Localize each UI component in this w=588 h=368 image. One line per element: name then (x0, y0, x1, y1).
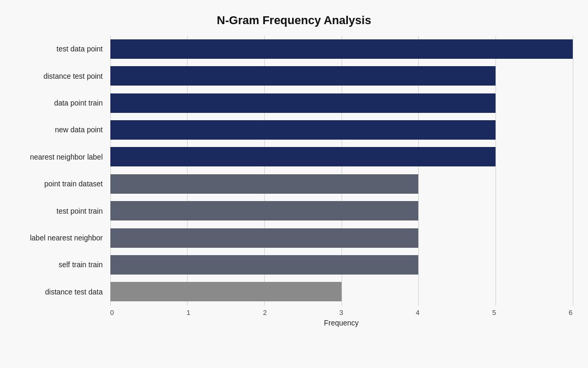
x-tick-label: 5 (492, 309, 496, 317)
bar-row: label nearest neighbor (16, 224, 573, 251)
bar-row: distance test data (16, 278, 573, 305)
grid-line (573, 62, 573, 89)
bar-fill (110, 255, 419, 275)
bar-row: new data point (16, 117, 573, 143)
grid-line (573, 143, 573, 170)
grid-line (496, 251, 496, 278)
grid-line (573, 278, 573, 305)
grid-line (573, 224, 573, 251)
bar-track (110, 89, 573, 116)
grid-line (342, 278, 342, 305)
bar-track (110, 62, 573, 89)
bar-row: point train dataset (16, 171, 573, 197)
bar-row: nearest neighbor label (16, 143, 573, 170)
grid-line (418, 197, 419, 224)
bar-row: test point train (16, 197, 573, 224)
bar-label: test data point (16, 45, 110, 53)
bars-section: test data pointdistance test pointdata p… (16, 36, 573, 306)
bar-fill (110, 39, 573, 59)
bar-track (110, 171, 573, 197)
x-tick-label: 2 (263, 309, 266, 317)
bar-label: new data point (16, 125, 110, 134)
grid-line (496, 117, 496, 143)
grid-line (418, 171, 419, 197)
bar-row: test data point (16, 36, 573, 62)
chart-title: N-Gram Frequency Analysis (16, 14, 573, 27)
bar-row: distance test point (16, 62, 573, 89)
grid-line (418, 251, 419, 278)
grid-line (573, 89, 573, 116)
bar-fill (110, 120, 496, 140)
grid-line (573, 171, 573, 197)
grid-line (418, 224, 419, 251)
grid-line (496, 224, 496, 251)
grid-line (573, 117, 573, 143)
bar-label: test point train (16, 207, 110, 215)
bar-row: data point train (16, 89, 573, 116)
bar-track (110, 36, 573, 62)
bar-fill (110, 228, 419, 248)
x-tick-label: 0 (110, 309, 114, 317)
x-tick-label: 6 (569, 309, 572, 317)
grid-line (573, 36, 573, 62)
bar-row: self train train (16, 251, 573, 278)
bar-label: label nearest neighbor (16, 234, 110, 242)
bar-fill (110, 174, 419, 194)
x-ticks-container: 0123456 (110, 309, 573, 317)
bar-track (110, 224, 573, 251)
grid-line (496, 89, 496, 116)
x-tick-label: 4 (416, 309, 419, 317)
grid-line (496, 278, 496, 305)
bar-label: self train train (16, 260, 110, 269)
bar-label: nearest neighbor label (16, 153, 110, 161)
bar-label: distance test point (16, 72, 110, 80)
bar-track (110, 117, 573, 143)
grid-line (573, 251, 573, 278)
bar-label: point train dataset (16, 180, 110, 188)
grid-line (418, 278, 419, 305)
bar-fill (110, 201, 419, 220)
grid-line (573, 197, 573, 224)
bar-label: distance test data (16, 288, 110, 296)
bar-fill (110, 147, 496, 166)
bar-fill (110, 93, 496, 113)
bar-label: data point train (16, 99, 110, 107)
chart-container: N-Gram Frequency Analysistest data point… (5, 3, 583, 365)
bar-track (110, 278, 573, 305)
bar-track (110, 143, 573, 170)
x-axis-ticks-row: 0123456 (16, 309, 573, 317)
x-tick-label: 1 (187, 309, 190, 317)
bar-fill (110, 66, 496, 86)
bar-track (110, 197, 573, 224)
x-axis-label: Frequency (16, 319, 573, 327)
grid-line (496, 197, 496, 224)
grid-line (496, 143, 496, 170)
grid-line (496, 171, 496, 197)
x-tick-label: 3 (339, 309, 343, 317)
bar-track (110, 251, 573, 278)
grid-line (496, 62, 496, 89)
bar-fill (110, 282, 342, 301)
